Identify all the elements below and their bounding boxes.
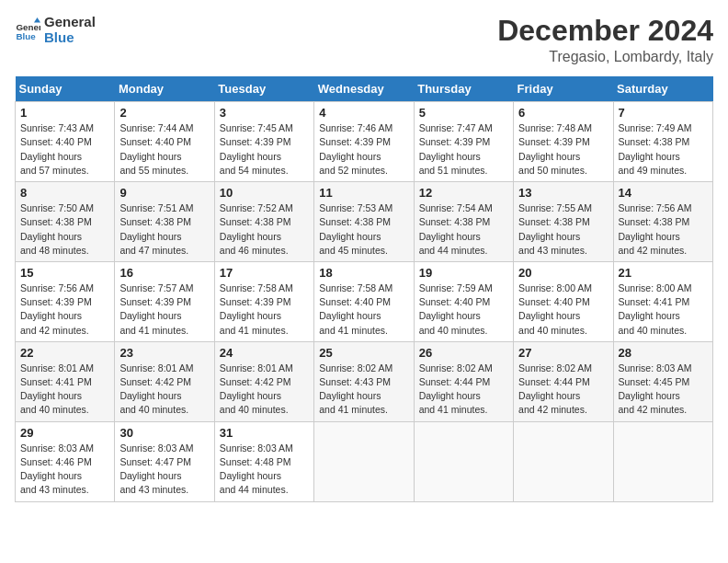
day-cell xyxy=(314,421,414,501)
logo: General Blue General Blue xyxy=(15,15,96,45)
day-number: 19 xyxy=(419,266,508,280)
header: General Blue General Blue December 2024 … xyxy=(15,15,713,65)
day-number: 25 xyxy=(319,346,408,360)
day-detail: Sunrise: 7:53 AMSunset: 4:38 PMDaylight … xyxy=(319,201,408,258)
day-number: 29 xyxy=(20,426,109,440)
day-detail: Sunrise: 8:02 AMSunset: 4:44 PMDaylight … xyxy=(518,362,608,418)
logo-line1: General xyxy=(44,15,96,30)
day-number: 17 xyxy=(220,266,309,280)
day-cell: 7Sunrise: 7:49 AMSunset: 4:38 PMDaylight… xyxy=(613,102,712,182)
day-detail: Sunrise: 8:00 AMSunset: 4:40 PMDaylight … xyxy=(518,282,608,338)
day-number: 11 xyxy=(319,186,408,200)
day-number: 18 xyxy=(319,266,408,280)
day-detail: Sunrise: 7:46 AMSunset: 4:39 PMDaylight … xyxy=(319,121,408,178)
weekday-header-tuesday: Tuesday xyxy=(214,76,313,102)
weekday-header-wednesday: Wednesday xyxy=(314,76,414,102)
day-number: 14 xyxy=(619,186,708,200)
weekday-header-monday: Monday xyxy=(115,76,214,102)
day-detail: Sunrise: 7:54 AMSunset: 4:38 PMDaylight … xyxy=(419,201,508,258)
day-cell: 25Sunrise: 8:02 AMSunset: 4:43 PMDayligh… xyxy=(314,341,414,421)
day-detail: Sunrise: 7:58 AMSunset: 4:40 PMDaylight … xyxy=(319,282,408,338)
day-number: 5 xyxy=(419,106,508,120)
logo-line2: Blue xyxy=(44,30,96,46)
weekday-header-saturday: Saturday xyxy=(613,76,712,102)
day-cell: 31Sunrise: 8:03 AMSunset: 4:48 PMDayligh… xyxy=(214,421,313,501)
day-number: 10 xyxy=(220,186,309,200)
day-detail: Sunrise: 7:50 AMSunset: 4:38 PMDaylight … xyxy=(20,201,109,258)
day-detail: Sunrise: 8:03 AMSunset: 4:47 PMDaylight … xyxy=(119,442,209,498)
week-row-5: 29Sunrise: 8:03 AMSunset: 4:46 PMDayligh… xyxy=(16,421,713,501)
day-cell: 13Sunrise: 7:55 AMSunset: 4:38 PMDayligh… xyxy=(514,182,613,262)
day-cell: 2Sunrise: 7:44 AMSunset: 4:40 PMDaylight… xyxy=(115,102,214,182)
day-number: 7 xyxy=(619,106,708,120)
day-detail: Sunrise: 7:51 AMSunset: 4:38 PMDaylight … xyxy=(119,201,209,258)
day-detail: Sunrise: 7:57 AMSunset: 4:39 PMDaylight … xyxy=(119,282,209,338)
day-number: 16 xyxy=(119,266,209,280)
day-number: 12 xyxy=(419,186,508,200)
day-cell: 8Sunrise: 7:50 AMSunset: 4:38 PMDaylight… xyxy=(16,182,115,262)
day-number: 6 xyxy=(518,106,608,120)
day-cell: 18Sunrise: 7:58 AMSunset: 4:40 PMDayligh… xyxy=(314,261,414,341)
day-detail: Sunrise: 7:48 AMSunset: 4:39 PMDaylight … xyxy=(518,121,608,178)
day-detail: Sunrise: 7:56 AMSunset: 4:38 PMDaylight … xyxy=(619,201,708,258)
day-cell: 17Sunrise: 7:58 AMSunset: 4:39 PMDayligh… xyxy=(214,261,313,341)
day-cell: 23Sunrise: 8:01 AMSunset: 4:42 PMDayligh… xyxy=(115,341,214,421)
day-number: 2 xyxy=(119,106,209,120)
svg-text:Blue: Blue xyxy=(16,30,36,40)
day-cell: 28Sunrise: 8:03 AMSunset: 4:45 PMDayligh… xyxy=(613,341,712,421)
day-detail: Sunrise: 8:03 AMSunset: 4:48 PMDaylight … xyxy=(220,442,309,498)
title-area: December 2024 Tregasio, Lombardy, Italy xyxy=(497,15,713,65)
day-number: 27 xyxy=(518,346,608,360)
day-detail: Sunrise: 7:56 AMSunset: 4:39 PMDaylight … xyxy=(20,282,109,338)
day-number: 3 xyxy=(220,106,309,120)
week-row-2: 8Sunrise: 7:50 AMSunset: 4:38 PMDaylight… xyxy=(16,182,713,262)
day-cell xyxy=(613,421,712,501)
calendar-table: SundayMondayTuesdayWednesdayThursdayFrid… xyxy=(15,76,713,501)
day-cell: 20Sunrise: 8:00 AMSunset: 4:40 PMDayligh… xyxy=(514,261,613,341)
logo-icon: General Blue xyxy=(15,17,40,43)
day-detail: Sunrise: 7:55 AMSunset: 4:38 PMDaylight … xyxy=(518,201,608,258)
day-cell: 29Sunrise: 8:03 AMSunset: 4:46 PMDayligh… xyxy=(16,421,115,501)
day-cell: 12Sunrise: 7:54 AMSunset: 4:38 PMDayligh… xyxy=(414,182,513,262)
day-number: 13 xyxy=(518,186,608,200)
day-detail: Sunrise: 8:02 AMSunset: 4:44 PMDaylight … xyxy=(419,362,508,418)
day-number: 15 xyxy=(20,266,109,280)
day-detail: Sunrise: 8:01 AMSunset: 4:42 PMDaylight … xyxy=(119,362,209,418)
day-cell: 5Sunrise: 7:47 AMSunset: 4:39 PMDaylight… xyxy=(414,102,513,182)
day-cell: 26Sunrise: 8:02 AMSunset: 4:44 PMDayligh… xyxy=(414,341,513,421)
day-detail: Sunrise: 8:03 AMSunset: 4:46 PMDaylight … xyxy=(20,442,109,498)
day-number: 31 xyxy=(220,426,309,440)
day-cell: 21Sunrise: 8:00 AMSunset: 4:41 PMDayligh… xyxy=(613,261,712,341)
day-detail: Sunrise: 7:58 AMSunset: 4:39 PMDaylight … xyxy=(220,282,309,338)
day-detail: Sunrise: 8:01 AMSunset: 4:41 PMDaylight … xyxy=(20,362,109,418)
week-row-1: 1Sunrise: 7:43 AMSunset: 4:40 PMDaylight… xyxy=(16,102,713,182)
day-detail: Sunrise: 7:44 AMSunset: 4:40 PMDaylight … xyxy=(119,121,209,178)
day-number: 8 xyxy=(20,186,109,200)
weekday-header-row: SundayMondayTuesdayWednesdayThursdayFrid… xyxy=(16,76,713,102)
day-number: 28 xyxy=(619,346,708,360)
day-cell: 24Sunrise: 8:01 AMSunset: 4:42 PMDayligh… xyxy=(214,341,313,421)
day-cell xyxy=(414,421,513,501)
day-cell: 10Sunrise: 7:52 AMSunset: 4:38 PMDayligh… xyxy=(214,182,313,262)
day-number: 21 xyxy=(619,266,708,280)
day-detail: Sunrise: 8:01 AMSunset: 4:42 PMDaylight … xyxy=(220,362,309,418)
day-cell: 4Sunrise: 7:46 AMSunset: 4:39 PMDaylight… xyxy=(314,102,414,182)
day-cell: 11Sunrise: 7:53 AMSunset: 4:38 PMDayligh… xyxy=(314,182,414,262)
day-number: 9 xyxy=(119,186,209,200)
day-cell: 14Sunrise: 7:56 AMSunset: 4:38 PMDayligh… xyxy=(613,182,712,262)
day-number: 30 xyxy=(119,426,209,440)
svg-marker-2 xyxy=(34,17,40,23)
day-number: 24 xyxy=(220,346,309,360)
day-cell: 30Sunrise: 8:03 AMSunset: 4:47 PMDayligh… xyxy=(115,421,214,501)
week-row-3: 15Sunrise: 7:56 AMSunset: 4:39 PMDayligh… xyxy=(16,261,713,341)
day-detail: Sunrise: 7:47 AMSunset: 4:39 PMDaylight … xyxy=(419,121,508,178)
day-number: 4 xyxy=(319,106,408,120)
day-cell: 1Sunrise: 7:43 AMSunset: 4:40 PMDaylight… xyxy=(16,102,115,182)
day-cell xyxy=(514,421,613,501)
day-cell: 16Sunrise: 7:57 AMSunset: 4:39 PMDayligh… xyxy=(115,261,214,341)
weekday-header-friday: Friday xyxy=(514,76,613,102)
day-cell: 15Sunrise: 7:56 AMSunset: 4:39 PMDayligh… xyxy=(16,261,115,341)
month-title: December 2024 xyxy=(497,15,713,47)
day-number: 1 xyxy=(20,106,109,120)
day-cell: 3Sunrise: 7:45 AMSunset: 4:39 PMDaylight… xyxy=(214,102,313,182)
